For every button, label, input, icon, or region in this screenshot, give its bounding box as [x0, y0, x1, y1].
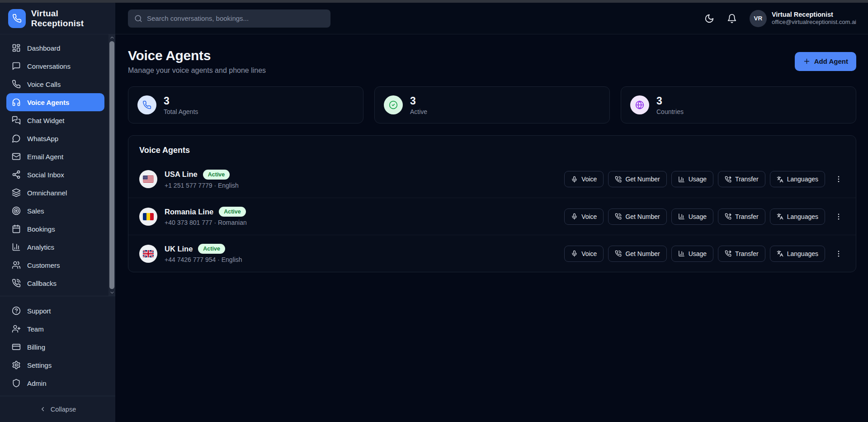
row-menu-button[interactable]: [832, 209, 845, 225]
app-logo-row[interactable]: Virtual Receptionist: [0, 3, 115, 34]
action-label: Voice: [581, 175, 597, 183]
chart-column-icon: [678, 250, 685, 257]
sidebar-item-social-inbox[interactable]: Social Inbox: [6, 166, 104, 184]
languages-button[interactable]: Languages: [770, 209, 825, 225]
scrollbar-thumb[interactable]: [109, 41, 114, 289]
sidebar-item-label: Support: [27, 307, 51, 315]
settings-icon: [12, 360, 21, 370]
usage-button[interactable]: Usage: [671, 171, 713, 187]
sidebar-item-customers[interactable]: Customers: [6, 256, 104, 274]
users-icon: [12, 261, 21, 270]
stat-label: Active: [410, 108, 427, 115]
sidebar-item-label: Settings: [27, 361, 52, 369]
agent-language: English: [222, 256, 242, 263]
get-number-button[interactable]: Get Number: [608, 209, 666, 225]
circle-check-icon: [389, 100, 398, 109]
agent-name: USA Line: [165, 170, 198, 179]
page-subtitle: Manage your voice agents and phone lines: [128, 66, 266, 75]
notifications-bell-icon[interactable]: [727, 14, 737, 24]
sidebar-item-conversations[interactable]: Conversations: [6, 57, 104, 75]
languages-button[interactable]: Languages: [770, 246, 825, 262]
languages-button[interactable]: Languages: [770, 171, 825, 187]
agent-phone: +1 251 577 7779: [165, 182, 212, 189]
dark-mode-toggle-moon-icon[interactable]: [704, 14, 714, 24]
action-label: Voice: [581, 250, 597, 257]
sidebar-item-label: Conversations: [27, 62, 71, 70]
sidebar-item-label: Dashboard: [27, 44, 60, 52]
voice-button[interactable]: Voice: [564, 246, 604, 262]
sidebar-item-label: WhatsApp: [27, 135, 58, 142]
sidebar-item-dashboard[interactable]: Dashboard: [6, 39, 104, 57]
action-label: Usage: [689, 175, 707, 183]
stat-label: Total Agents: [164, 108, 198, 115]
scroll-down-icon[interactable]: [108, 289, 115, 296]
search-input[interactable]: [147, 14, 324, 22]
sidebar-item-team[interactable]: Team: [6, 320, 104, 338]
app-title: Virtual Receptionist: [31, 9, 107, 28]
romania-flag: [143, 213, 154, 220]
sidebar-item-label: Callbacks: [27, 280, 57, 287]
sidebar-item-chat-widget[interactable]: Chat Widget: [6, 111, 104, 129]
user-menu[interactable]: VR Virtual Receptionist office@virtualre…: [750, 10, 856, 27]
stat-phone-circle: [137, 95, 156, 114]
mail-icon: [12, 152, 21, 161]
chart-column-icon: [12, 242, 21, 251]
sidebar-nav: DashboardConversationsVoice CallsVoice A…: [0, 34, 115, 296]
transfer-button[interactable]: Transfer: [718, 171, 765, 187]
sidebar-item-label: Billing: [27, 343, 45, 351]
sidebar-item-omnichannel[interactable]: Omnichannel: [6, 184, 104, 202]
sidebar-item-sales[interactable]: Sales: [6, 202, 104, 220]
get-number-button[interactable]: Get Number: [608, 171, 666, 187]
status-badge: Active: [198, 244, 225, 254]
separator: ·: [214, 182, 216, 189]
row-menu-button[interactable]: [832, 246, 845, 262]
sidebar-item-billing[interactable]: Billing: [6, 338, 104, 356]
sidebar-scrollbar[interactable]: [108, 34, 115, 296]
sidebar-item-admin[interactable]: Admin: [6, 374, 104, 392]
usage-button[interactable]: Usage: [671, 209, 713, 225]
phone-call-icon: [615, 176, 622, 183]
sidebar-item-analytics[interactable]: Analytics: [6, 238, 104, 256]
stat-circle-check-circle: [384, 95, 403, 114]
help-circle-icon: [12, 306, 21, 315]
action-label: Transfer: [735, 213, 759, 220]
sidebar: Virtual Receptionist DashboardConversati…: [0, 3, 115, 422]
add-agent-button[interactable]: Add Agent: [795, 52, 856, 71]
usage-button[interactable]: Usage: [671, 246, 713, 262]
voice-button[interactable]: Voice: [564, 171, 604, 187]
sidebar-item-email-agent[interactable]: Email Agent: [6, 147, 104, 166]
transfer-button[interactable]: Transfer: [718, 209, 765, 225]
sidebar-item-voice-agents[interactable]: Voice Agents: [6, 93, 104, 111]
sidebar-item-support[interactable]: Support: [6, 302, 104, 320]
transfer-button[interactable]: Transfer: [718, 246, 765, 262]
sidebar-item-voice-calls[interactable]: Voice Calls: [6, 75, 104, 93]
sidebar-item-settings[interactable]: Settings: [6, 356, 104, 374]
ellipsis-vertical-icon: [835, 175, 843, 183]
action-label: Transfer: [735, 175, 759, 183]
row-menu-button[interactable]: [832, 171, 845, 187]
sidebar-item-callbacks[interactable]: Callbacks: [6, 274, 104, 292]
page-header: Voice Agents Manage your voice agents an…: [128, 48, 856, 75]
get-number-button[interactable]: Get Number: [608, 246, 666, 262]
stat-card-countries: 3Countries: [621, 86, 856, 123]
sidebar-item-bookings[interactable]: Bookings: [6, 220, 104, 238]
languages-icon: [777, 176, 783, 183]
main-content: Voice Agents Manage your voice agents an…: [115, 34, 868, 422]
chevron-down-icon: [109, 290, 115, 295]
topbar: VR Virtual Receptionist office@virtualre…: [115, 3, 868, 34]
agent-row-uk-line: UK LineActive+44 7426 777 954 · EnglishV…: [128, 235, 856, 272]
mic-icon: [571, 213, 578, 220]
add-agent-label: Add Agent: [814, 57, 848, 65]
sidebar-item-whatsapp[interactable]: WhatsApp: [6, 129, 104, 147]
agent-name: UK Line: [165, 245, 193, 253]
panel-title: Voice Agents: [128, 136, 856, 161]
voice-button[interactable]: Voice: [564, 209, 604, 225]
page-title: Voice Agents: [128, 48, 266, 63]
chart-column-icon: [678, 176, 685, 183]
scroll-up-icon[interactable]: [108, 34, 115, 41]
plus-icon: [803, 57, 811, 65]
sidebar-item-label: Sales: [27, 207, 44, 215]
sidebar-item-label: Omnichannel: [27, 189, 67, 197]
collapse-button[interactable]: Collapse: [0, 396, 115, 422]
phone-call-icon: [615, 213, 622, 220]
